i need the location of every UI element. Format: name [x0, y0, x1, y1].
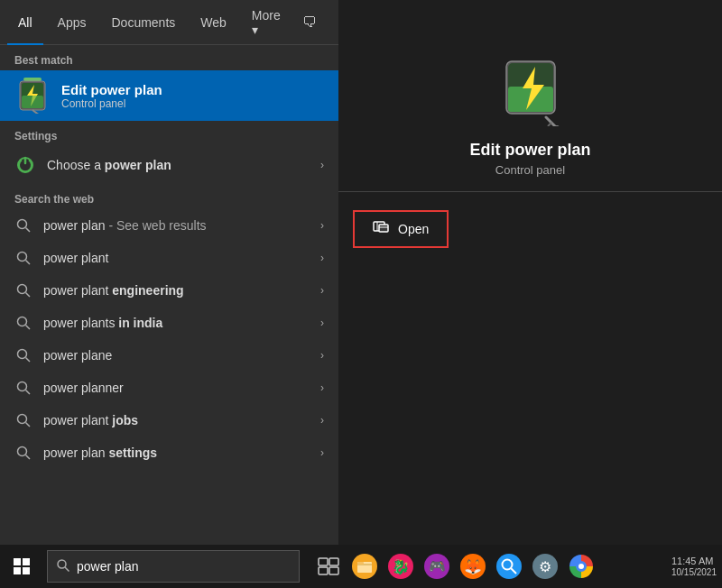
svg-line-5	[32, 110, 40, 114]
tab-all[interactable]: All	[7, 0, 43, 45]
web-chevron-icon-7: ›	[320, 446, 324, 459]
web-search-label: Search the web	[0, 184, 338, 209]
svg-point-20	[18, 415, 27, 424]
svg-point-10	[18, 253, 27, 262]
settings-power-icon	[14, 154, 36, 176]
taskbar-file-explorer[interactable]	[347, 545, 383, 588]
web-chevron-icon-2: ›	[320, 284, 324, 297]
system-tray: 11:45 AM10/15/2021	[671, 556, 722, 577]
search-box[interactable]: power plan	[47, 550, 300, 583]
svg-point-18	[18, 382, 27, 391]
search-loop-icon-0	[14, 216, 32, 234]
web-item-5[interactable]: power planner ›	[0, 372, 338, 404]
web-item-7[interactable]: power plan settings ›	[0, 436, 338, 469]
svg-line-31	[548, 123, 551, 126]
taskbar-search-icon[interactable]	[491, 545, 527, 588]
clock: 11:45 AM10/15/2021	[671, 556, 717, 577]
web-item-text-6: power plant jobs	[43, 413, 310, 427]
detail-subtitle: Control panel	[495, 163, 565, 177]
web-item-text-4: power plane	[43, 348, 310, 363]
open-button-label: Open	[398, 222, 429, 236]
tab-web[interactable]: Web	[190, 0, 237, 45]
taskbar: power plan 🐉 🎮	[0, 545, 722, 588]
results-area: Best match Edit power plan Contr	[0, 45, 338, 559]
search-loop-icon-5	[14, 379, 32, 397]
web-chevron-icon-0: ›	[320, 219, 324, 232]
detail-divider	[338, 191, 722, 192]
taskbar-controller-icon[interactable]: 🎮	[419, 545, 455, 588]
svg-line-29	[546, 117, 555, 126]
start-button[interactable]	[0, 545, 43, 588]
web-item-4[interactable]: power plane ›	[0, 339, 338, 372]
svg-line-13	[26, 293, 31, 298]
search-loop-icon-3	[14, 314, 32, 332]
web-chevron-icon-5: ›	[320, 381, 324, 394]
svg-rect-34	[379, 225, 388, 232]
svg-line-11	[26, 261, 31, 265]
web-item-2[interactable]: power plant engineering ›	[0, 274, 338, 307]
search-loop-icon-4	[14, 346, 32, 364]
tab-documents[interactable]: Documents	[100, 0, 186, 45]
web-item-1[interactable]: power plant ›	[0, 242, 338, 274]
best-match-item[interactable]: Edit power plan Control panel	[0, 70, 338, 121]
svg-point-36	[58, 560, 66, 568]
taskbar-chrome-icon[interactable]	[563, 545, 599, 588]
web-item-text-7: power plan settings	[43, 446, 310, 460]
taskbar-browser-icon[interactable]: 🦊	[455, 545, 491, 588]
detail-panel: Edit power plan Control panel Open	[338, 0, 722, 559]
open-external-icon	[373, 219, 389, 239]
search-panel: All Apps Documents Web More ▾ 🗨 ··· ✕ Be…	[0, 0, 338, 559]
web-item-text-2: power plant engineering	[43, 283, 310, 298]
svg-rect-0	[23, 78, 42, 81]
web-chevron-icon-6: ›	[320, 414, 324, 427]
search-loop-icon-7	[14, 444, 32, 462]
web-item-text-3: power plants in india	[43, 316, 310, 330]
svg-point-12	[18, 285, 27, 294]
web-item-text-0: power plan - See web results	[43, 218, 310, 233]
svg-line-37	[65, 567, 69, 572]
svg-line-23	[26, 455, 31, 460]
web-chevron-icon-3: ›	[320, 317, 324, 329]
svg-point-44	[503, 560, 513, 570]
svg-point-22	[18, 447, 27, 456]
svg-line-19	[26, 390, 31, 395]
taskbar-task-view[interactable]	[310, 545, 347, 588]
settings-item-power-plan[interactable]: Choose a power plan ›	[0, 146, 338, 184]
search-loop-icon-1	[14, 249, 32, 267]
search-box-icon	[57, 559, 69, 574]
taskbar-settings-icon[interactable]: ⚙	[527, 545, 563, 588]
web-item-6[interactable]: power plant jobs ›	[0, 404, 338, 436]
search-loop-icon-2	[14, 281, 32, 299]
svg-rect-4	[22, 96, 43, 108]
settings-label: Settings	[0, 121, 338, 146]
tab-more[interactable]: More ▾	[241, 0, 292, 45]
best-match-subtitle: Control panel	[61, 97, 162, 110]
best-match-icon	[14, 78, 51, 114]
svg-line-17	[26, 358, 31, 363]
tab-apps[interactable]: Apps	[47, 0, 97, 45]
web-item-3[interactable]: power plants in india ›	[0, 307, 338, 339]
search-loop-icon-6	[14, 411, 32, 429]
web-chevron-icon-1: ›	[320, 252, 324, 264]
settings-item-text: Choose a power plan	[47, 158, 310, 172]
best-match-text: Edit power plan Control panel	[61, 82, 162, 110]
open-button-container: Open	[338, 203, 722, 255]
taskbar-game-icon[interactable]: 🐉	[383, 545, 419, 588]
detail-title: Edit power plan	[469, 141, 590, 160]
feedback-icon[interactable]: 🗨	[295, 11, 324, 34]
open-button[interactable]: Open	[353, 210, 449, 248]
settings-chevron-icon: ›	[320, 159, 324, 171]
svg-point-8	[18, 220, 27, 229]
web-chevron-icon-4: ›	[320, 349, 324, 362]
svg-line-21	[26, 423, 31, 427]
svg-line-45	[511, 568, 516, 574]
tab-bar: All Apps Documents Web More ▾ 🗨 ··· ✕	[0, 0, 338, 45]
svg-rect-41	[329, 567, 338, 574]
web-item-text-5: power planner	[43, 381, 310, 395]
web-item-text-1: power plant	[43, 251, 310, 265]
svg-point-14	[18, 317, 27, 326]
best-match-title: Edit power plan	[61, 82, 162, 97]
web-item-0[interactable]: power plan - See web results ›	[0, 209, 338, 242]
svg-line-15	[26, 326, 31, 330]
svg-rect-43	[357, 562, 364, 565]
